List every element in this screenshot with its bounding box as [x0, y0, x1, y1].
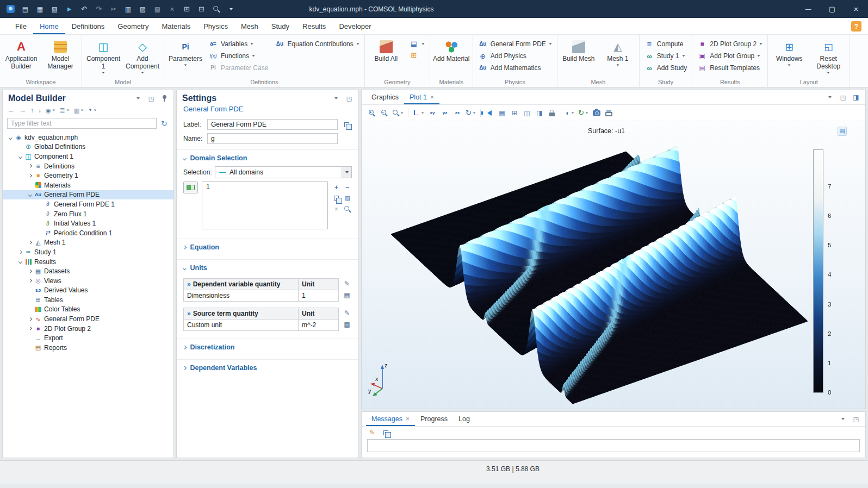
snapshot-button[interactable] [591, 108, 602, 118]
ribbon-study-1[interactable]: ∞Study 1 [641, 50, 690, 62]
tree-item-initial-values-1[interactable]: ∂Initial Values 1 [3, 218, 173, 228]
tree-item-reports[interactable]: ▤Reports [3, 343, 173, 353]
move-down-button[interactable]: ↓ [36, 105, 43, 115]
nav-back-button[interactable]: ← [6, 105, 16, 115]
default-view-button[interactable] [412, 108, 425, 118]
menu-tab-geometry[interactable]: Geometry [111, 19, 155, 34]
tree-filter-input[interactable] [7, 118, 157, 129]
ribbon-add-plot-group[interactable]: ▣Add Plot Group [694, 50, 766, 62]
panel-float-button[interactable]: ◳ [838, 93, 848, 102]
domain-list-item[interactable]: 1 [202, 182, 327, 192]
tree-expander[interactable] [27, 174, 34, 177]
ribbon-variables[interactable]: a=Variables [205, 38, 271, 50]
menu-tab-physics[interactable]: Physics [197, 19, 234, 34]
panel-float-button[interactable]: ◳ [146, 94, 156, 103]
selection-active-toggle[interactable] [183, 182, 198, 193]
tree-item-global-definitions[interactable]: ⊕Global Definitions [3, 142, 173, 152]
paste-button[interactable]: ▨ [135, 3, 150, 16]
refresh-plot-button[interactable]: ↻ [464, 108, 477, 118]
save-as-button[interactable]: ▧ [47, 3, 62, 16]
tree-item-color-tables[interactable]: Color Tables [3, 305, 173, 315]
tree-item-export[interactable]: →Export [3, 333, 173, 343]
tree-item-datasets[interactable]: ▦Datasets [3, 266, 173, 276]
dock-view-button[interactable]: ◨ [851, 93, 861, 102]
close-button[interactable]: × [844, 0, 868, 18]
cut-button[interactable]: ✂ [106, 3, 121, 16]
toolbar-dropdown-button[interactable] [224, 3, 238, 16]
filter-refresh-button[interactable]: ↻ [159, 119, 169, 128]
ribbon-result-templates[interactable]: ▤Result Templates [694, 62, 766, 74]
scene-light-button[interactable] [484, 108, 495, 118]
ribbon-functions[interactable]: f(x)Functions [205, 50, 271, 62]
tree-expander[interactable] [7, 136, 14, 139]
tree-item-kdv-equation-mph[interactable]: ◈kdv_equation.mph [3, 133, 173, 142]
zoom-extents-button[interactable] [391, 108, 405, 118]
section-header-domain-selection[interactable]: Domain Selection [177, 150, 358, 166]
menu-tab-definitions[interactable]: Definitions [65, 19, 111, 34]
nav-forward-button[interactable]: → [17, 105, 28, 115]
copy-selection-button[interactable] [332, 193, 341, 203]
move-up-button[interactable]: ↑ [29, 105, 35, 115]
unit-cell[interactable]: m^-2 [299, 320, 339, 331]
messages-tab-messages[interactable]: Messages× [366, 412, 415, 426]
section-header-equation[interactable]: Equation [177, 239, 358, 255]
tree-item-definitions[interactable]: ≡Definitions [3, 161, 173, 171]
view-lock-button[interactable] [547, 108, 557, 118]
view-yz-button[interactable]: yz [439, 108, 450, 118]
view-zx-button[interactable]: zx [452, 108, 463, 118]
tree-expander[interactable] [27, 318, 34, 321]
remove-selection-button[interactable]: − [343, 183, 352, 192]
panel-menu-button[interactable] [825, 93, 835, 102]
appearance-button[interactable]: ◐ [565, 108, 575, 118]
undo-button[interactable]: ↶ [77, 3, 91, 16]
panel-menu-button[interactable] [838, 415, 848, 423]
panel-menu-button[interactable] [133, 94, 143, 103]
ribbon-general-form-pde[interactable]: ΔuGeneral Form PDE [475, 38, 555, 50]
menu-tab-home[interactable]: Home [33, 19, 65, 34]
tree-expander[interactable] [27, 165, 34, 167]
ribbon-add-component[interactable]: ◇Add Component [123, 36, 162, 75]
delete-button[interactable]: × [165, 3, 179, 16]
tree-item-2d-plot-group-2[interactable]: ■2D Plot Group 2 [3, 324, 173, 334]
panel-float-button[interactable]: ◳ [851, 415, 861, 423]
tree-expander[interactable] [27, 241, 34, 244]
ribbon-2d-plot-group-2[interactable]: ■2D Plot Group 2 [694, 38, 766, 50]
panel-menu-button[interactable] [331, 94, 341, 103]
ribbon-application-builder[interactable]: AApplication Builder [2, 36, 41, 72]
tree-item-tables[interactable]: ⊞Tables [3, 295, 173, 305]
plot-properties-button[interactable]: ▤ [838, 127, 847, 136]
section-header-dependent-variables[interactable]: Dependent Variables [177, 360, 358, 376]
clear-selection-button[interactable]: × [332, 204, 341, 214]
copy-log-button[interactable] [381, 428, 390, 437]
tree-expander[interactable] [17, 155, 24, 158]
menu-tab-materials[interactable]: Materials [155, 19, 197, 34]
close-tab-icon[interactable]: × [406, 415, 410, 423]
tree-item-derived-values[interactable]: 8.5Derived Values [3, 286, 173, 296]
ribbon-mesh-1[interactable]: ◭Mesh 1 [598, 36, 637, 67]
add-selection-button[interactable]: + [332, 183, 341, 192]
print-button[interactable] [604, 108, 615, 118]
model-tree-button[interactable]: ⊟ [194, 3, 209, 16]
ribbon-add-mathematics[interactable]: ΔuAdd Mathematics [475, 62, 555, 74]
ribbon-add-physics[interactable]: ⊕Add Physics [475, 50, 555, 62]
panel-float-button[interactable]: ◳ [344, 94, 354, 103]
menu-tab-file[interactable]: File [9, 19, 33, 34]
zoom-out-button[interactable]: − [379, 108, 389, 118]
ribbon-parameters[interactable]: PiParameters [166, 36, 205, 67]
ribbon-build-all[interactable]: Build All [367, 36, 406, 64]
show-button[interactable]: ◉ [44, 105, 57, 115]
copy-button[interactable]: ▥ [121, 3, 135, 16]
zoom-selection-button[interactable] [343, 204, 352, 214]
table-view-button[interactable]: ▦ [497, 108, 507, 118]
ribbon-component-1[interactable]: ◫Component 1 [84, 36, 123, 75]
tree-item-results[interactable]: Results [3, 257, 173, 267]
clear-log-button[interactable]: ✎ [367, 428, 377, 437]
split-view-button[interactable]: ◫ [522, 108, 532, 118]
panel-pin-button[interactable] [159, 94, 169, 103]
tree-expander[interactable] [27, 193, 34, 196]
tree-expander[interactable] [27, 279, 34, 282]
edit-unit-button[interactable]: ✎ [342, 279, 352, 288]
group-nodes-button[interactable]: ≣ [58, 105, 71, 115]
filter-button[interactable]: ▼ [86, 105, 98, 115]
close-tab-icon[interactable]: × [430, 93, 434, 101]
